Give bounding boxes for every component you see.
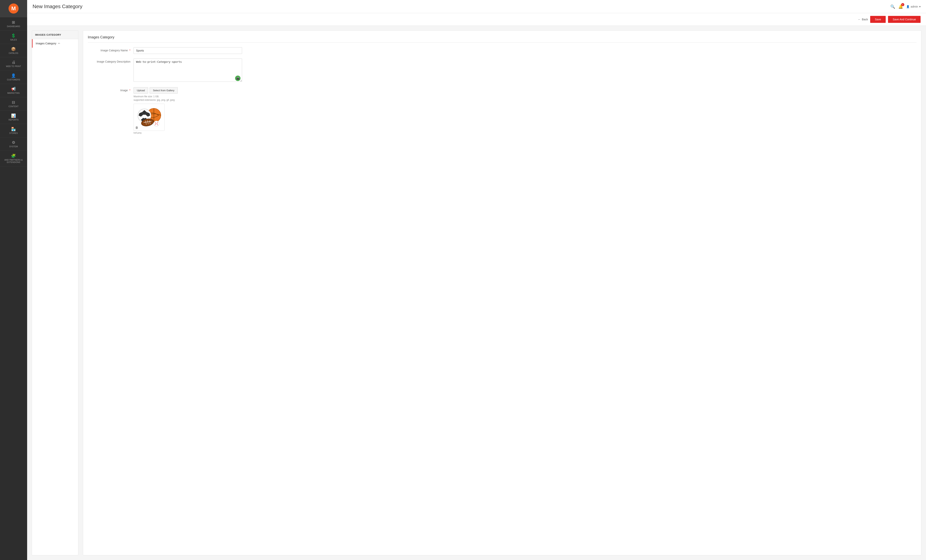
content-area: IMAGES CATEGORY Images Category ✏ Images… — [27, 26, 926, 560]
main-content: New Images Category 🔍 🔔 1 👤 admin ▾ ← Ba… — [27, 0, 926, 560]
select-gallery-button[interactable]: Select from Gallery — [150, 87, 178, 94]
reports-icon: 📊 — [11, 114, 16, 118]
stores-icon: 🏪 — [11, 127, 16, 132]
left-panel-item-label: Images Category — [36, 42, 56, 45]
search-icon[interactable]: 🔍 — [890, 4, 895, 9]
sidebar-label-catalog: CATALOG — [9, 52, 18, 54]
sidebar-logo: M — [0, 0, 27, 17]
page-title: New Images Category — [33, 3, 82, 9]
sidebar-item-dashboard[interactable]: ⊞ DASHBOARD — [0, 17, 27, 30]
sidebar-item-customers[interactable]: 👤 CUSTOMERS — [0, 71, 27, 84]
admin-username: admin — [911, 5, 918, 8]
header-actions: 🔍 🔔 1 👤 admin ▾ — [890, 4, 921, 9]
left-panel-item-images-category[interactable]: Images Category ✏ — [32, 39, 78, 48]
back-arrow-icon: ← — [858, 18, 861, 21]
sidebar-item-sales[interactable]: 💲 SALES — [0, 30, 27, 44]
dashboard-icon: ⊞ — [12, 20, 15, 24]
sales-icon: 💲 — [11, 33, 16, 38]
sidebar-item-web-to-print[interactable]: 🖨 WEB TO PRINT — [0, 58, 27, 71]
admin-avatar-icon: 👤 — [906, 5, 909, 8]
sidebar-label-reports: REPORTS — [9, 119, 19, 121]
save-button[interactable]: Save — [870, 16, 886, 23]
edit-icon[interactable]: ✏ — [58, 42, 60, 45]
catalog-icon: 📦 — [11, 47, 16, 51]
name-input[interactable] — [133, 47, 242, 54]
sports-balls-image — [135, 107, 163, 128]
system-icon: ⚙ — [12, 140, 15, 145]
magento-logo-icon: M — [9, 3, 19, 14]
textarea-icon[interactable]: 🎬 — [235, 76, 241, 81]
description-field: Image Category Description 🎬 — [88, 59, 917, 83]
back-label: Back — [862, 18, 868, 21]
sidebar-label-dashboard: DASHBOARD — [7, 26, 20, 28]
sidebar-item-marketing[interactable]: 📢 MARKETING — [0, 84, 27, 97]
notifications-icon[interactable]: 🔔 1 — [898, 4, 903, 9]
image-label: Image * — [88, 87, 130, 92]
upload-buttons: Upload Select from Gallery — [133, 87, 178, 94]
sidebar-item-stores[interactable]: 🏪 STORES — [0, 124, 27, 138]
sidebar-label-customers: CUSTOMERS — [7, 79, 20, 81]
sidebar: M ⊞ DASHBOARD 💲 SALES 📦 CATALOG 🖨 WEB TO… — [0, 0, 27, 560]
name-field: Image Category Name * — [88, 47, 917, 54]
name-label: Image Category Name * — [88, 47, 130, 52]
action-bar: ← Back Save Save And Continue — [27, 13, 926, 26]
description-label: Image Category Description — [88, 59, 130, 63]
description-textarea[interactable] — [133, 59, 242, 82]
extensions-icon: 🧩 — [11, 153, 16, 158]
image-field: Image * Upload Select from Gallery Maxim… — [88, 87, 917, 134]
right-panel-title: Images Category — [88, 35, 917, 42]
notification-badge: 1 — [901, 3, 904, 6]
supported-extensions: supported extensions: jpg, png, gif, jpe… — [133, 98, 178, 101]
image-required: * — [129, 89, 130, 92]
sidebar-label-content: CONTENT — [9, 105, 19, 108]
delete-image-button[interactable]: 🗑 — [135, 126, 138, 129]
chevron-down-icon: ▾ — [919, 5, 921, 8]
web-to-print-icon: 🖨 — [12, 60, 16, 65]
customers-icon: 👤 — [11, 73, 16, 78]
sidebar-item-catalog[interactable]: 📦 CATALOG — [0, 44, 27, 58]
image-filename: ball.jpeg — [133, 132, 178, 134]
name-required: * — [129, 49, 130, 52]
content-icon: ⊟ — [12, 100, 15, 104]
max-file-size: Maximum file size: 1 GB. — [133, 95, 178, 98]
marketing-icon: 📢 — [11, 86, 16, 91]
upload-button[interactable]: Upload — [133, 87, 148, 94]
sidebar-label-sales: SALES — [10, 39, 17, 41]
sidebar-item-content[interactable]: ⊟ CONTENT — [0, 97, 27, 110]
sidebar-label-marketing: MARKETING — [8, 92, 20, 94]
sidebar-item-system[interactable]: ⚙ SYSTEM — [0, 138, 27, 151]
sidebar-item-reports[interactable]: 📊 REPORTS — [0, 110, 27, 124]
sidebar-item-extensions[interactable]: 🧩 AND PARTNERS & EXTENSIONS — [0, 151, 27, 166]
back-button[interactable]: ← Back — [858, 18, 868, 21]
image-thumbnail: 🗑 — [133, 104, 165, 131]
left-panel: IMAGES CATEGORY Images Category ✏ — [32, 30, 78, 555]
header: New Images Category 🔍 🔔 1 👤 admin ▾ — [27, 0, 926, 13]
description-wrapper: 🎬 — [133, 59, 242, 83]
sidebar-label-stores: STORES — [9, 132, 18, 135]
right-panel: Images Category Image Category Name * Im… — [83, 30, 921, 555]
sidebar-label-system: SYSTEM — [9, 145, 18, 148]
svg-point-12 — [154, 121, 159, 126]
admin-user-menu[interactable]: 👤 admin ▾ — [906, 5, 921, 8]
sidebar-label-web-to-print: WEB TO PRINT — [6, 65, 21, 68]
left-panel-header: IMAGES CATEGORY — [32, 30, 78, 39]
image-upload-section: Upload Select from Gallery Maximum file … — [133, 87, 178, 134]
sidebar-label-extensions: AND PARTNERS & EXTENSIONS — [2, 159, 26, 163]
save-and-continue-button[interactable]: Save And Continue — [888, 16, 921, 23]
